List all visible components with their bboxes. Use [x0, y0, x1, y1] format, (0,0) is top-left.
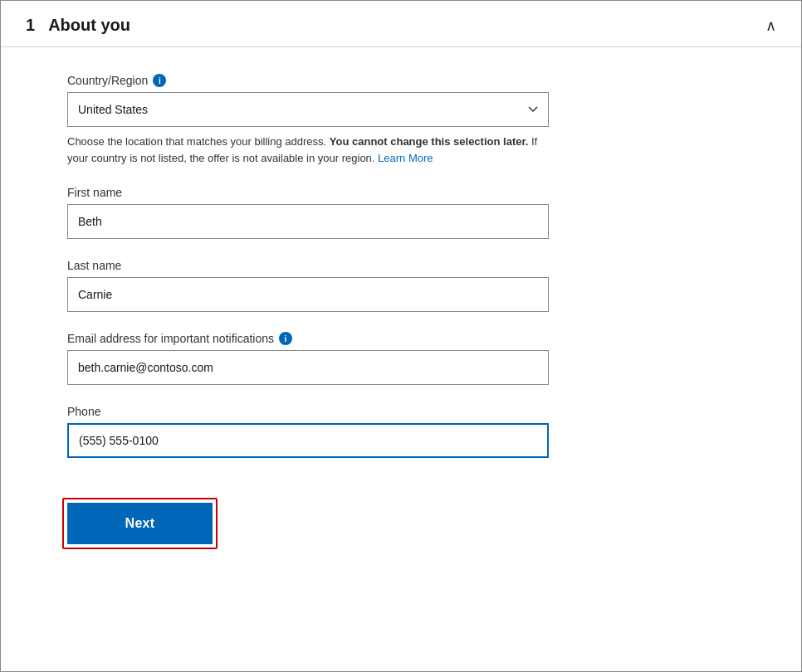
phone-input[interactable]: [67, 423, 549, 458]
firstname-input[interactable]: [67, 204, 549, 239]
billing-note-bold: You cannot change this selection later.: [330, 135, 529, 148]
section-title-text: About you: [48, 16, 130, 35]
email-info-icon[interactable]: i: [279, 332, 292, 345]
next-button-wrapper: Next: [67, 503, 213, 544]
section-number: 1: [26, 16, 35, 35]
country-label: Country/Region i: [67, 74, 735, 87]
firstname-label: First name: [67, 186, 735, 199]
phone-group: Phone: [67, 405, 735, 458]
lastname-input[interactable]: [67, 277, 549, 312]
collapse-icon[interactable]: ∧: [765, 17, 776, 35]
form-body: Country/Region i United States Canada Un…: [1, 47, 801, 577]
section-title: 1 About you: [26, 16, 130, 35]
country-region-group: Country/Region i United States Canada Un…: [67, 74, 735, 166]
billing-note: Choose the location that matches your bi…: [67, 134, 549, 166]
firstname-group: First name: [67, 186, 735, 239]
email-label: Email address for important notification…: [67, 332, 735, 345]
next-button[interactable]: Next: [67, 503, 213, 544]
section-header: 1 About you ∧: [1, 1, 801, 47]
phone-label: Phone: [67, 405, 735, 418]
lastname-label: Last name: [67, 259, 735, 272]
form-card: 1 About you ∧ Country/Region i United St…: [0, 0, 802, 672]
country-info-icon[interactable]: i: [153, 74, 166, 87]
lastname-group: Last name: [67, 259, 735, 312]
learn-more-link[interactable]: Learn More: [378, 152, 433, 164]
country-select[interactable]: United States Canada United Kingdom Aust…: [67, 92, 549, 127]
email-input[interactable]: [67, 350, 549, 385]
email-group: Email address for important notification…: [67, 332, 735, 385]
